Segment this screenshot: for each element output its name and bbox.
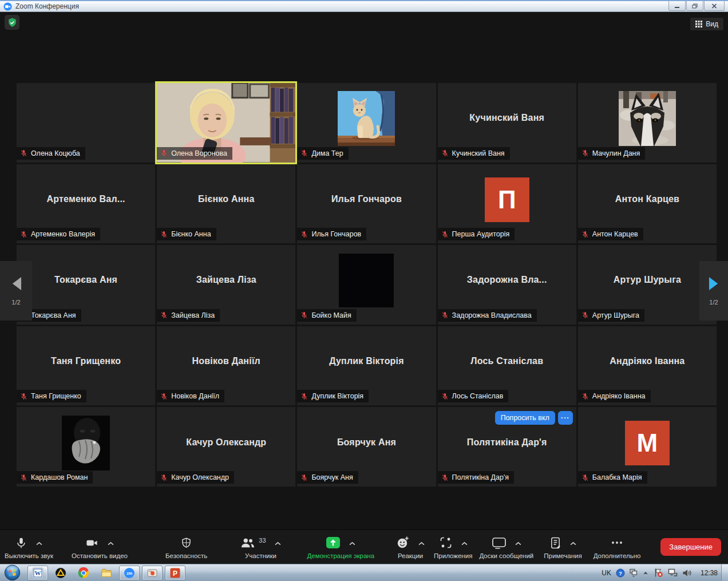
previous-page-panel[interactable]: 1/2 [0,261,32,321]
clock[interactable]: 12:38 [701,569,718,577]
volume-tray-icon[interactable] [682,569,691,577]
muted-mic-icon [581,474,589,481]
chevron-up-icon[interactable] [570,540,576,547]
show-hidden-icons-arrow[interactable] [642,570,649,575]
toolbar-button-label: Реакции [398,552,423,559]
toolbar-share-screen-button[interactable]: Демонстрация экрана [307,535,375,559]
powerpoint-taskbar-button[interactable]: P [165,566,185,580]
participant-tile[interactable]: Кучинский ВаняКучинский Ваня [438,83,576,163]
toolbar-whiteboard-button[interactable]: Доски сообщений [479,535,533,559]
participant-tile[interactable]: Андріяко ІваннаАндріяко Іванна [578,326,717,406]
chevron-up-icon[interactable] [275,540,281,547]
taskbar-apps: WzmP [26,566,187,580]
hand-avatar [62,416,110,471]
zoom-taskbar-button[interactable]: zm [119,566,140,580]
close-button[interactable] [704,1,725,11]
toolbar-more-button[interactable]: Дополнительно [594,535,641,559]
show-desktop-strip[interactable] [721,564,728,581]
toolbar-button-label: Примечания [544,552,581,559]
network-tray-icon[interactable] [668,568,678,577]
whiteboard-icon [492,536,507,551]
participant-name-center: Качур Олександр [157,407,295,477]
participant-tile[interactable]: Дима Тер [297,83,436,163]
toolbar-reactions-button[interactable]: Реакции [396,535,425,559]
toolbar-items: Выключить звукОстановить видеоБезопаснос… [0,530,640,564]
window-titlebar[interactable]: Zoom Конференция [0,0,728,12]
toolbar-shield-button[interactable]: Безопасность [165,535,207,559]
participant-tile[interactable]: ППерша Аудиторія [438,164,576,244]
chevron-up-icon[interactable] [108,540,114,547]
next-page-panel[interactable]: 1/2 [699,261,728,321]
toolbar-mic-button[interactable]: Выключить звук [5,535,53,559]
participant-name-center: Кучинский Ваня [438,83,576,153]
next-page-arrow-icon[interactable] [708,276,720,291]
word-taskbar-button[interactable]: W [27,566,48,580]
language-indicator[interactable]: UK [602,569,611,577]
toolbar-camera-button[interactable]: Остановить видео [72,535,128,559]
participant-tile[interactable]: Полятикіна Дар'яПопросить вкл···Полятикі… [438,407,576,487]
participant-tile[interactable]: Олена Коцюба [17,83,155,163]
participant-tile[interactable]: Артур ШурыгаАртур Шурыга [578,245,717,325]
end-meeting-button[interactable]: Завершение [660,538,721,556]
toolbar-apps-button[interactable]: Приложения [434,535,472,559]
participant-tile[interactable]: Мачулин Даня [578,83,717,163]
action-center-flag-icon[interactable] [654,568,663,578]
view-button[interactable]: Вид [690,18,723,30]
participant-tile[interactable]: Илья ГончаровИлья Гончаров [297,164,436,244]
participant-name-text: Мачулин Даня [592,149,640,157]
participant-name-center: Артеменко Вал... [17,164,155,235]
chevron-up-icon[interactable] [461,540,468,547]
participant-name-text: Олена Воронова [171,149,227,157]
ask-to-unmute-button[interactable]: Попросить вкл [495,411,555,425]
participant-tile[interactable]: Токарєва АняТокарєва Аня [17,245,155,325]
participant-tile[interactable]: Задорожна Вла...Задорожна Владислава [438,245,576,325]
toolbar-button-icon-row [492,535,521,552]
participant-tile[interactable]: МБалабка Марія [578,407,717,487]
participant-tile[interactable]: Качур ОлександрКачур Олександр [157,407,295,487]
participant-tile[interactable]: Таня ГрищенкоТаня Грищенко [17,326,155,406]
antivirus-taskbar-button[interactable] [50,566,71,580]
toolbar-button-label: Безопасность [165,552,207,559]
muted-mic-icon [441,149,449,157]
participant-tile[interactable]: Бойко Майя [297,245,436,325]
chevron-up-icon[interactable] [418,540,425,547]
chevron-up-icon[interactable] [349,540,355,547]
toolbar-button-label: Приложения [434,552,472,559]
security-shield-icon [7,17,18,28]
capture-taskbar-button[interactable] [142,566,163,580]
participant-tile[interactable]: Новіков ДаніїлНовіков Даніїл [157,326,295,406]
participant-name-text: Качур Олександр [171,473,229,481]
muted-mic-icon [20,231,27,238]
participant-name-label: Антон Карцев [578,228,643,240]
participant-tile[interactable]: Лось СтаніславЛось Станіслав [438,326,576,406]
minimize-button[interactable] [668,1,686,11]
toolbar-participants-button[interactable]: 33Участники [240,535,280,559]
explorer-taskbar-button[interactable] [96,566,117,580]
input-method-icon[interactable] [630,568,638,577]
reactions-icon [396,536,410,551]
meeting-security-chip[interactable] [5,15,19,30]
toolbar-notes-button[interactable]: Примечания [544,535,581,559]
participant-tile[interactable]: Антон КарцевАнтон Карцев [578,164,717,244]
previous-page-arrow-icon[interactable] [10,276,22,291]
start-button[interactable] [2,564,22,581]
toolbar-button-label: Участники [245,552,276,559]
participant-tile[interactable]: Дуплик ВікторіяДуплик Вікторія [297,326,436,406]
participant-tile[interactable]: Кардашов Роман [17,407,155,487]
participant-name-label: Кардашов Роман [17,471,93,484]
participant-name-center: Таня Грищенко [17,326,155,397]
participant-tile[interactable]: Олена Воронова [157,83,295,163]
participant-tile[interactable]: Артеменко Вал...Артеменко Валерія [17,164,155,244]
help-tray-icon[interactable]: ? [616,568,625,578]
tile-more-button[interactable]: ··· [558,411,573,425]
participant-tile[interactable]: Бієнко АннаБієнко Анна [157,164,295,244]
chrome-taskbar-button[interactable] [73,566,94,580]
toolbar-button-icon-row [439,535,468,552]
participant-tile[interactable]: Зайцева ЛізаЗайцева Ліза [157,245,295,325]
chevron-up-icon[interactable] [36,540,42,547]
participant-tile[interactable]: Боярчук АняБоярчук Аня [297,407,436,487]
participant-name-label: Дима Тер [297,147,348,160]
participant-name-text: Антон Карцев [592,230,638,238]
chevron-up-icon[interactable] [515,540,521,547]
restore-button[interactable] [686,1,703,11]
